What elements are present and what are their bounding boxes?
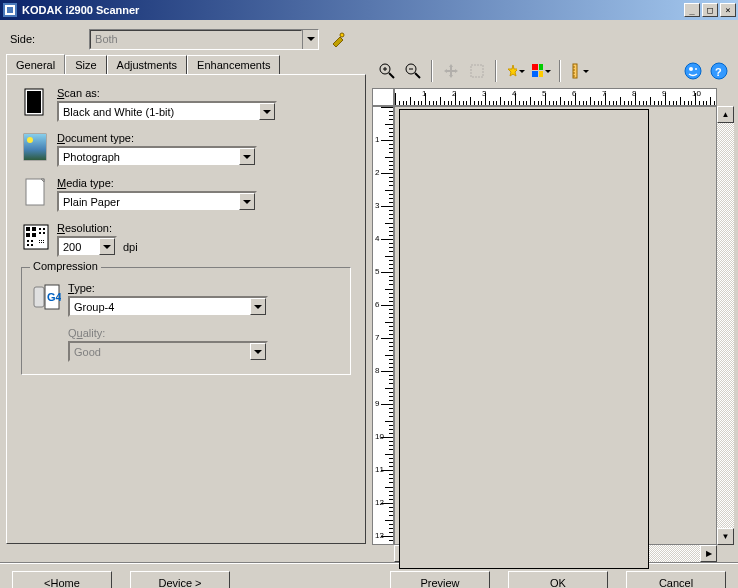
chevron-down-icon	[239, 148, 255, 165]
resolution-value: 200	[59, 241, 99, 253]
info-button[interactable]	[682, 60, 704, 82]
resolution-dropdown[interactable]: 200	[57, 236, 117, 257]
svg-point-3	[340, 33, 344, 37]
chevron-down-icon	[545, 70, 551, 76]
help-button[interactable]: ?	[708, 60, 730, 82]
zoom-out-button[interactable]	[402, 60, 424, 82]
svg-point-51	[695, 68, 697, 70]
svg-rect-28	[43, 242, 44, 243]
svg-rect-26	[39, 242, 40, 243]
preview-canvas[interactable]	[394, 106, 717, 545]
compression-quality-icon	[32, 327, 62, 357]
tab-adjustments[interactable]: Adjustments	[107, 55, 188, 75]
svg-rect-24	[41, 240, 42, 241]
units-button[interactable]	[568, 60, 590, 82]
scroll-right-icon[interactable]: ▶	[700, 545, 717, 562]
preview-page	[399, 109, 649, 569]
resolution-unit: dpi	[123, 241, 138, 253]
scan-as-label: Scan as:	[57, 87, 351, 99]
compression-type-value: Group-4	[70, 301, 250, 313]
cancel-button[interactable]: Cancel	[626, 571, 726, 588]
scroll-down-icon[interactable]: ▼	[717, 528, 734, 545]
media-type-label: Media type:	[57, 177, 351, 189]
svg-point-8	[27, 137, 33, 143]
compression-type-icon: G4	[32, 282, 62, 312]
maximize-button[interactable]: □	[702, 3, 718, 17]
auto-button[interactable]	[504, 60, 526, 82]
svg-rect-19	[27, 240, 29, 242]
svg-point-50	[689, 67, 693, 71]
svg-rect-21	[27, 244, 29, 246]
chevron-down-icon	[259, 103, 275, 120]
svg-rect-39	[471, 65, 483, 77]
svg-rect-9	[26, 179, 44, 205]
tab-general[interactable]: General	[6, 54, 65, 74]
color-button[interactable]	[530, 60, 552, 82]
side-settings-button[interactable]	[327, 28, 349, 50]
scan-as-dropdown[interactable]: Black and White (1-bit)	[57, 101, 277, 122]
svg-rect-11	[26, 227, 30, 231]
compression-quality-value: Good	[70, 346, 250, 358]
svg-rect-29	[34, 287, 44, 307]
app-icon	[2, 2, 18, 18]
chevron-down-icon	[99, 238, 115, 255]
zoom-in-button[interactable]	[376, 60, 398, 82]
compression-quality-dropdown: Good	[68, 341, 268, 362]
svg-rect-25	[43, 240, 44, 241]
svg-rect-16	[43, 228, 45, 230]
resolution-icon	[21, 222, 51, 252]
compression-quality-label: Quality:	[68, 327, 340, 339]
scan-as-icon	[21, 87, 51, 117]
svg-text:?: ?	[715, 66, 722, 78]
document-type-label: Document type:	[57, 132, 351, 144]
document-type-dropdown[interactable]: Photograph	[57, 146, 257, 167]
ruler-horizontal: 12345678910	[394, 88, 717, 106]
compression-legend: Compression	[30, 260, 101, 272]
side-value: Both	[95, 33, 118, 45]
tab-size[interactable]: Size	[65, 55, 106, 75]
scrollbar-vertical[interactable]: ▲ ▼	[717, 106, 734, 545]
media-type-dropdown[interactable]: Plain Paper	[57, 191, 257, 212]
titlebar: KODAK i2900 Scanner _ □ ×	[0, 0, 738, 20]
svg-rect-22	[31, 244, 33, 246]
svg-rect-18	[43, 232, 45, 234]
document-type-value: Photograph	[59, 151, 239, 163]
home-button[interactable]: < Home	[12, 571, 112, 588]
media-type-value: Plain Paper	[59, 196, 239, 208]
svg-rect-17	[39, 232, 41, 234]
chevron-down-icon	[239, 193, 255, 210]
svg-rect-27	[41, 242, 42, 243]
ok-button[interactable]: OK	[508, 571, 608, 588]
svg-point-49	[685, 63, 701, 79]
preview-button[interactable]: Preview	[390, 571, 490, 588]
preview-area: 12345678910 1234567891011121314 ▲ ▼ ◀	[372, 88, 734, 562]
chevron-down-icon	[250, 298, 266, 315]
media-type-icon	[21, 177, 51, 207]
tab-page-general: Scan as: Black and White (1-bit) Documen…	[6, 74, 366, 544]
compression-type-dropdown[interactable]: Group-4	[68, 296, 268, 317]
svg-rect-13	[26, 233, 30, 237]
svg-rect-41	[539, 64, 543, 70]
preview-toolbar: ?	[372, 54, 734, 88]
side-combo[interactable]: Both	[89, 29, 319, 50]
svg-rect-12	[32, 227, 36, 231]
scan-as-value: Black and White (1-bit)	[59, 106, 259, 118]
svg-rect-7	[24, 134, 46, 160]
svg-rect-42	[532, 71, 538, 77]
document-type-icon	[21, 132, 51, 162]
chevron-down-icon	[519, 70, 525, 76]
device-button[interactable]: Device >	[130, 571, 230, 588]
tab-strip: General Size Adjustments Enhancements	[6, 54, 366, 74]
tab-enhancements[interactable]: Enhancements	[187, 55, 280, 75]
close-button[interactable]: ×	[720, 3, 736, 17]
svg-rect-43	[539, 71, 543, 77]
svg-rect-14	[32, 233, 36, 237]
svg-line-33	[389, 73, 394, 78]
svg-rect-5	[27, 91, 41, 113]
window-title: KODAK i2900 Scanner	[22, 4, 682, 16]
scroll-up-icon[interactable]: ▲	[717, 106, 734, 123]
minimize-button[interactable]: _	[684, 3, 700, 17]
svg-rect-23	[39, 240, 40, 241]
svg-rect-15	[39, 228, 41, 230]
ruler-vertical: 1234567891011121314	[372, 106, 394, 545]
